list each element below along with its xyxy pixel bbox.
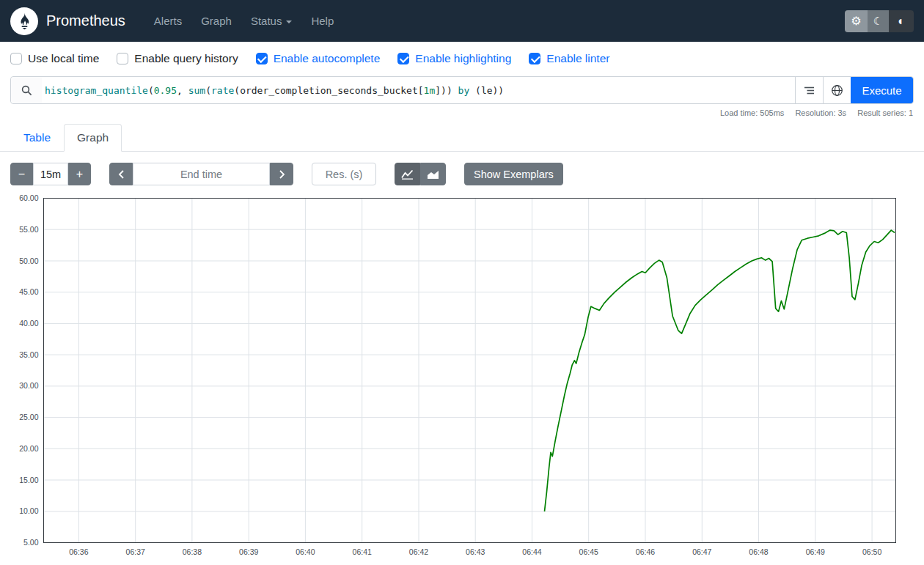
range-increase-button[interactable]: + — [68, 163, 91, 185]
moon-icon: ☾ — [873, 15, 883, 28]
y-tick-label: 25.00 — [19, 413, 38, 421]
x-tick-label: 06:49 — [806, 547, 825, 556]
x-tick-label: 06:39 — [239, 547, 258, 556]
graph-controls: − + Show Exemplars — [10, 163, 914, 185]
settings-button[interactable]: ⚙ — [845, 10, 868, 32]
time-forward-button[interactable] — [270, 163, 293, 185]
execute-button[interactable]: Execute — [851, 77, 913, 103]
x-tick-label: 06:50 — [862, 547, 881, 556]
checkbox-enable-query-history[interactable] — [117, 53, 128, 64]
query-options: Use local time Enable query history Enab… — [10, 52, 914, 65]
nav-help[interactable]: Help — [301, 9, 343, 33]
x-tick-label: 06:36 — [69, 547, 88, 556]
y-tick-label: 30.00 — [19, 381, 38, 390]
option-enable-query-history[interactable]: Enable query history — [117, 52, 238, 65]
nav-graph[interactable]: Graph — [191, 9, 241, 33]
format-expression-button[interactable] — [795, 77, 823, 103]
x-tick-label: 06:37 — [126, 547, 145, 556]
tab-graph[interactable]: Graph — [64, 124, 122, 152]
navbar-actions: ⚙ ☾ ◐ — [845, 10, 914, 32]
checkbox-enable-linter[interactable] — [529, 53, 540, 64]
x-tick-label: 06:38 — [183, 547, 202, 556]
panel-tabs: Table Graph — [0, 124, 924, 152]
x-tick-label: 06:40 — [296, 547, 315, 556]
nav-links: Alerts Graph Status Help — [144, 9, 343, 33]
theme-auto-button[interactable]: ◐ — [889, 10, 914, 32]
metrics-explorer-button[interactable] — [823, 77, 851, 103]
range-control: − + — [10, 163, 91, 185]
nav-status[interactable]: Status — [241, 9, 302, 33]
end-time-input[interactable] — [133, 163, 270, 185]
query-input[interactable]: histogram_quantile(0.95, sum(rate(order_… — [42, 77, 795, 103]
stacked-chart-icon — [427, 169, 439, 180]
query-stats: Load time: 505ms Resolution: 3s Result s… — [11, 108, 913, 117]
tab-table[interactable]: Table — [10, 124, 64, 152]
plot-border — [44, 199, 896, 543]
y-tick-label: 55.00 — [19, 225, 38, 234]
x-tick-label: 06:43 — [466, 547, 485, 556]
brand-title[interactable]: Prometheus — [46, 12, 125, 29]
load-time-stat: Load time: 505ms — [720, 108, 784, 117]
y-tick-label: 15.00 — [19, 476, 38, 484]
gear-icon: ⚙ — [851, 14, 861, 28]
chart-type-toggle — [395, 163, 446, 185]
chevron-down-icon — [286, 21, 292, 23]
x-tick-label: 06:46 — [636, 547, 655, 556]
range-decrease-button[interactable]: − — [10, 163, 33, 185]
expression-input-group: histogram_quantile(0.95, sum(rate(order_… — [10, 76, 914, 104]
globe-icon — [831, 84, 843, 97]
chevron-right-icon — [279, 169, 285, 180]
checkbox-use-local-time[interactable] — [10, 53, 22, 64]
search-icon — [11, 77, 42, 103]
graph-panel: 06:3606:3706:3806:3906:4006:4106:4206:43… — [10, 195, 914, 561]
resolution-stat: Resolution: 3s — [795, 108, 846, 117]
line-chart-icon — [401, 169, 414, 180]
navbar: Prometheus Alerts Graph Status Help ⚙ ☾ … — [0, 0, 924, 42]
range-input[interactable] — [33, 163, 68, 185]
option-enable-linter[interactable]: Enable linter — [529, 52, 609, 65]
checkbox-enable-highlighting[interactable] — [397, 53, 409, 64]
y-tick-label: 60.00 — [19, 195, 38, 202]
torch-icon — [15, 12, 34, 30]
y-tick-label: 35.00 — [19, 350, 38, 359]
checkbox-enable-autocomplete[interactable] — [256, 53, 268, 64]
chevron-left-icon — [118, 169, 125, 180]
x-tick-label: 06:48 — [749, 547, 768, 556]
y-tick-label: 5.00 — [23, 538, 39, 547]
y-tick-label: 45.00 — [19, 287, 38, 296]
graph-canvas[interactable]: 06:3606:3706:3806:3906:4006:4106:4206:43… — [10, 195, 912, 561]
end-time-control — [109, 163, 293, 185]
x-tick-label: 06:42 — [409, 547, 428, 556]
tree-view-icon — [804, 86, 815, 95]
resolution-input[interactable] — [312, 163, 376, 185]
y-tick-label: 20.00 — [19, 444, 38, 453]
stacked-chart-toggle[interactable] — [420, 163, 446, 185]
series-line — [545, 230, 895, 512]
nav-alerts[interactable]: Alerts — [144, 9, 191, 33]
x-tick-label: 06:45 — [579, 547, 598, 556]
x-tick-label: 06:41 — [353, 547, 372, 556]
option-enable-highlighting[interactable]: Enable highlighting — [397, 52, 511, 65]
x-tick-label: 06:47 — [692, 547, 711, 556]
time-back-button[interactable] — [109, 163, 133, 185]
option-enable-autocomplete[interactable]: Enable autocomplete — [256, 52, 381, 65]
contrast-icon: ◐ — [898, 15, 905, 28]
show-exemplars-button[interactable]: Show Exemplars — [464, 163, 563, 185]
y-tick-label: 50.00 — [19, 256, 38, 265]
x-tick-label: 06:44 — [522, 547, 541, 556]
option-use-local-time[interactable]: Use local time — [10, 52, 99, 65]
y-tick-label: 10.00 — [19, 506, 38, 515]
result-series-stat: Result series: 1 — [857, 108, 913, 117]
line-chart-toggle[interactable] — [395, 163, 420, 185]
y-tick-label: 40.00 — [19, 319, 38, 328]
theme-dark-button[interactable]: ☾ — [868, 10, 889, 32]
prometheus-logo[interactable] — [10, 7, 38, 35]
